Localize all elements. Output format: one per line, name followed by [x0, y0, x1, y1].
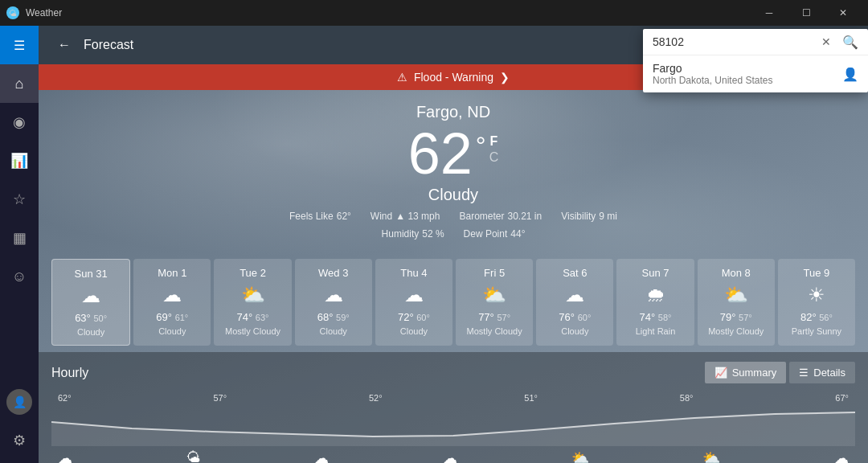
hourly-tab-details[interactable]: ☰Details [789, 362, 855, 383]
barometer: Barometer 30.21 in [459, 211, 542, 222]
forecast-icon: ☁ [140, 284, 204, 306]
sidebar-item-chart[interactable]: 📊 [0, 141, 39, 180]
search-clear-button[interactable]: ✕ [817, 35, 836, 48]
visibility-label: Visibility [561, 211, 596, 222]
close-button[interactable]: ✕ [825, 0, 862, 26]
minimize-button[interactable]: ─ [751, 0, 788, 26]
map-icon: ◉ [13, 113, 26, 131]
forecast-temps: 76° 60° [542, 311, 607, 323]
search-result-item[interactable]: Fargo North Dakota, United States 👤 [643, 55, 868, 92]
sidebar: ☰ ⌂ ◉ 📊 ☆ ▦ ☺ 👤 ⚙ [0, 26, 39, 463]
alert-text: Flood - Warning [414, 71, 493, 84]
forecast-condition: Cloudy [542, 326, 607, 336]
unit-f[interactable]: F [489, 134, 499, 149]
forecast-day-4[interactable]: Thu 4 ☁ 72° 60° Cloudy [375, 259, 452, 346]
app-container: ☰ ⌂ ◉ 📊 ☆ ▦ ☺ 👤 ⚙ ← Forecast [0, 26, 868, 463]
forecast-hi: 77° [478, 311, 494, 323]
temperature-units[interactable]: F C [489, 134, 499, 165]
search-result-region: North Dakota, United States [653, 75, 772, 86]
search-input[interactable] [649, 32, 813, 51]
forecast-lo: 60° [416, 313, 430, 322]
forecast-hi: 79° [720, 311, 736, 323]
sidebar-item-favorites[interactable]: ☆ [0, 180, 39, 219]
forecast-day-6[interactable]: Sat 6 ☁ 76° 60° Cloudy [536, 259, 613, 346]
barometer-label: Barometer [459, 211, 504, 222]
forecast-day-name: Tue 9 [784, 267, 849, 279]
alert-icon: ⚠ [397, 71, 407, 84]
news-icon: ▦ [13, 229, 27, 247]
forecast-temps: 82° 56° [784, 311, 849, 323]
main-content: ← Forecast ☆ 📌 ••• ✕ 🔍 Fargo North Dakot… [39, 26, 868, 463]
forecast-lo: 59° [336, 313, 350, 322]
forecast-day-9[interactable]: Tue 9 ☀ 82° 56° Partly Sunny [778, 259, 855, 346]
forecast-condition: Cloudy [301, 326, 366, 336]
avatar[interactable]: 👤 [6, 389, 32, 415]
visibility: Visibility 9 mi [561, 211, 617, 222]
forecast-lo: 63° [256, 313, 269, 322]
forecast-day-name: Wed 3 [301, 267, 366, 279]
forecast-condition: Partly Sunny [784, 326, 849, 336]
forecast-temps: 74° 63° [220, 311, 285, 323]
forecast-condition: Mostly Cloudy [220, 326, 285, 336]
forecast-day-8[interactable]: Mon 8 ⛅ 79° 57° Mostly Cloudy [698, 259, 775, 346]
dew-point-value: 44° [510, 228, 525, 240]
search-go-button[interactable]: 🔍 [839, 35, 862, 50]
visibility-value: 9 mi [599, 211, 617, 222]
forecast-day-0[interactable]: Sun 31 ☁ 63° 50° Cloudy [51, 259, 130, 346]
unit-c[interactable]: C [489, 150, 499, 165]
header: ← Forecast ☆ 📌 ••• ✕ 🔍 Fargo North Dakot… [39, 26, 868, 64]
hourly-weather-icon-3: ☁ [443, 449, 457, 463]
titlebar: 🌤 Weather ─ ☐ ✕ [0, 0, 868, 26]
weather-background: ⚠ Flood - Warning ❯ Fargo, ND 62 ° F C C… [39, 64, 868, 463]
sidebar-item-home[interactable]: ⌂ [0, 64, 39, 103]
search-container: ✕ 🔍 Fargo North Dakota, United States 👤 [643, 29, 868, 92]
hourly-title: Hourly [51, 366, 88, 380]
back-button[interactable]: ← [51, 32, 77, 58]
hourly-weather-icon-1: 🌤 [186, 449, 201, 463]
barometer-value: 30.21 in [507, 211, 542, 222]
search-result-person-icon: 👤 [842, 67, 858, 82]
wind-label: Wind [371, 211, 392, 222]
forecast-icon: 🌧 [623, 284, 687, 306]
humidity-label: Humidity [382, 228, 420, 240]
hourly-header: Hourly 📈Summary☰Details [51, 362, 855, 383]
forecast-lo: 58° [658, 313, 672, 322]
forecast-condition: Cloudy [382, 326, 446, 336]
forecast-day-5[interactable]: Fri 5 ⛅ 77° 57° Mostly Cloudy [456, 259, 533, 346]
hourly-tab-summary[interactable]: 📈Summary [705, 362, 787, 383]
hourly-temp-10: 67° [835, 393, 849, 403]
forecast-icon: ☁ [59, 285, 123, 307]
sidebar-item-emoji[interactable]: ☺ [0, 257, 39, 296]
forecast-day-7[interactable]: Sun 7 🌧 74° 58° Light Rain [616, 259, 694, 346]
sidebar-menu-button[interactable]: ☰ [0, 26, 39, 64]
location-name: Fargo, ND [51, 103, 855, 121]
forecast-day-name: Sun 7 [623, 267, 687, 279]
dew-point-label: Dew Point [464, 228, 508, 240]
search-result-city: Fargo [653, 62, 772, 75]
forecast-icon: ⛅ [220, 284, 285, 306]
settings-button[interactable]: ⚙ [0, 421, 39, 460]
forecast-lo: 56° [819, 313, 833, 322]
sidebar-item-news[interactable]: ▦ [0, 219, 39, 257]
sidebar-item-map[interactable]: ◉ [0, 103, 39, 141]
forecast-day-3[interactable]: Wed 3 ☁ 68° 59° Cloudy [295, 259, 372, 346]
forecast-condition: Mostly Cloudy [704, 326, 768, 336]
forecast-condition: Cloudy [140, 326, 204, 336]
forecast-temps: 77° 57° [462, 311, 526, 323]
forecast-temps: 68° 59° [301, 311, 366, 323]
wind: Wind ▲ 13 mph [371, 211, 440, 222]
feels-like-label: Feels Like [289, 211, 334, 222]
maximize-button[interactable]: ☐ [788, 0, 825, 26]
feels-like: Feels Like 62° [289, 211, 351, 222]
forecast-temps: 79° 57° [704, 311, 768, 323]
forecast-lo: 61° [175, 313, 189, 322]
forecast-hi: 63° [75, 312, 91, 324]
temperature-row: 62 ° F C [51, 125, 855, 182]
forecast-lo: 60° [578, 313, 592, 322]
titlebar-left: 🌤 Weather [6, 6, 62, 19]
forecast-day-1[interactable]: Mon 1 ☁ 69° 61° Cloudy [133, 259, 211, 346]
forecast-day-name: Sat 6 [542, 267, 607, 279]
current-temp: 62 [408, 125, 473, 182]
chart-area [51, 406, 855, 446]
forecast-day-2[interactable]: Tue 2 ⛅ 74° 63° Mostly Cloudy [214, 259, 291, 346]
